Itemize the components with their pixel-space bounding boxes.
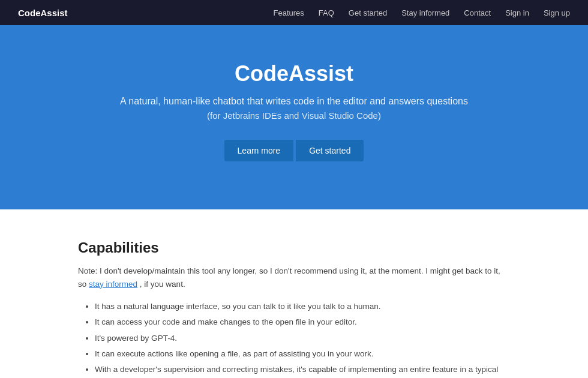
nav-links: Features FAQ Get started Stay informed C… [274, 8, 571, 17]
get-started-button[interactable]: Get started [296, 140, 364, 161]
nav-link-features[interactable]: Features [274, 8, 304, 17]
nav-link-sign-in[interactable]: Sign in [505, 8, 529, 17]
list-item: It can access your code and make changes… [95, 316, 510, 329]
nav-link-faq[interactable]: FAQ [319, 8, 334, 17]
hero-buttons: Learn more Get started [12, 140, 576, 161]
nav-link-sign-up[interactable]: Sign up [544, 8, 570, 17]
list-item: It's powered by GPT-4. [95, 332, 510, 345]
capabilities-list: It has a natural language interface, so … [78, 300, 510, 378]
list-item: It has a natural language interface, so … [95, 300, 510, 313]
navbar: CodeAssist Features FAQ Get started Stay… [0, 0, 588, 25]
nav-link-stay-informed[interactable]: Stay informed [401, 8, 449, 17]
main-content: Capabilities Note: I don't develop/maint… [66, 209, 522, 378]
list-item: It can execute actions like opening a fi… [95, 347, 510, 361]
note-text-suffix: , if you want. [140, 280, 185, 289]
hero-section: CodeAssist A natural, human-like chatbot… [0, 25, 588, 209]
capabilities-note: Note: I don't develop/maintain this tool… [78, 265, 510, 290]
capabilities-title: Capabilities [78, 239, 510, 256]
stay-informed-link[interactable]: stay informed [89, 280, 137, 289]
hero-title: CodeAssist [12, 61, 576, 86]
hero-subtitle2: (for Jetbrains IDEs and Visual Studio Co… [12, 110, 576, 121]
nav-logo: CodeAssist [18, 8, 68, 18]
learn-more-button[interactable]: Learn more [224, 140, 294, 161]
nav-link-get-started[interactable]: Get started [349, 8, 387, 17]
nav-link-contact[interactable]: Contact [464, 8, 491, 17]
hero-subtitle: A natural, human-like chatbot that write… [12, 96, 576, 107]
list-item: With a developer's supervision and corre… [95, 363, 510, 378]
